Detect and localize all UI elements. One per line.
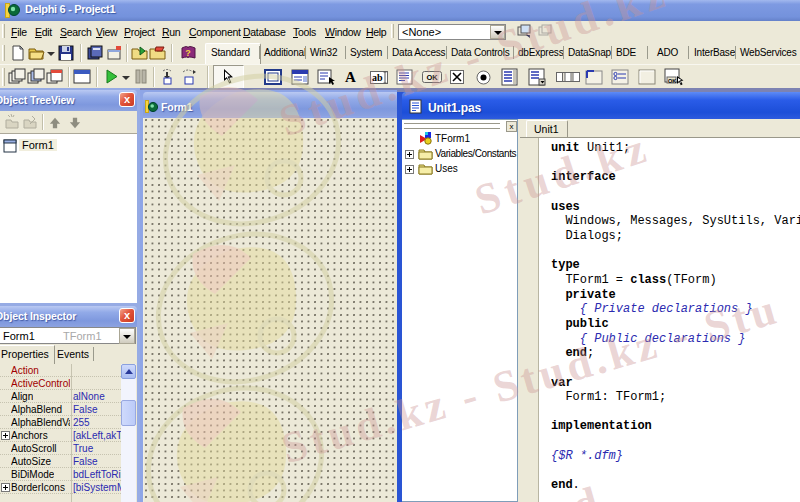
svg-text:OK: OK bbox=[426, 73, 438, 82]
svg-text:?: ? bbox=[185, 48, 191, 58]
svg-text:ab: ab bbox=[372, 72, 383, 83]
svg-text:OK: OK bbox=[668, 78, 676, 84]
